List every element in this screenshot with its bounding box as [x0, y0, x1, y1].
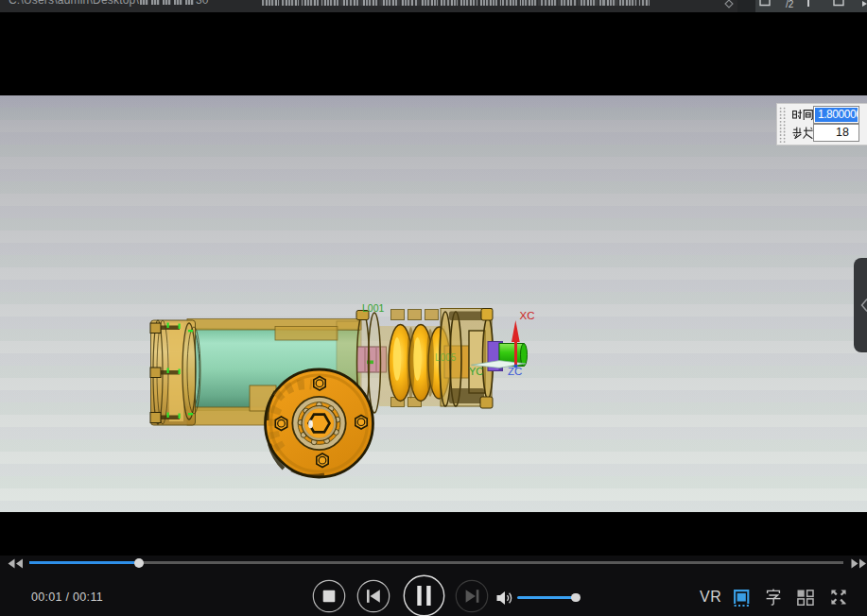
svg-text:L001: L001	[362, 302, 385, 314]
svg-text:ZC: ZC	[508, 366, 522, 377]
svg-text:XC: XC	[520, 310, 535, 321]
svg-text:YC: YC	[469, 366, 483, 377]
svg-text:/2: /2	[786, 0, 794, 9]
svg-text:L005: L005	[435, 352, 457, 363]
